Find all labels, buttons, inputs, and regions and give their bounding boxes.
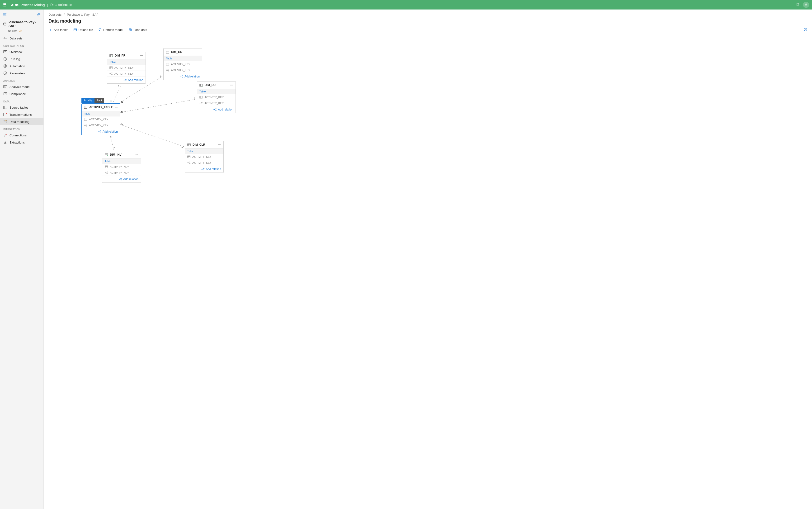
node-dim-pr[interactable]: DIM_PR ⋯ Table ACTIVITY_KEY ACTIVITY_KEY… — [107, 52, 146, 83]
node-row-key[interactable]: ACTIVITY_KEY — [107, 65, 146, 71]
node-row-rel[interactable]: ACTIVITY_KEY — [185, 160, 223, 166]
node-row-key[interactable]: ACTIVITY_KEY — [102, 164, 141, 170]
svg-point-0 — [806, 4, 807, 5]
row-label: ACTIVITY_KEY — [205, 102, 224, 105]
node-row-rel[interactable]: ACTIVITY_KEY — [163, 67, 202, 73]
row-label: ACTIVITY_KEY — [89, 124, 108, 127]
add-relation-button[interactable]: Add relation — [163, 73, 202, 80]
card-gr-1: 1 — [160, 74, 161, 77]
relation-col-icon — [84, 124, 87, 127]
sidebar-item-run-log[interactable]: Run log — [0, 55, 43, 63]
node-dim-gr[interactable]: DIM_GR⋯ Table ACTIVITY_KEY ACTIVITY_KEY … — [163, 48, 202, 80]
svg-point-81 — [216, 108, 216, 109]
sidebar-item-compliance[interactable]: Compliance — [0, 90, 43, 97]
sidebar-item-overview[interactable]: Overview — [0, 48, 43, 55]
card-inv-n: N — [110, 136, 112, 139]
node-menu-icon[interactable]: ⋯ — [135, 153, 139, 156]
node-subheader: Table — [185, 148, 223, 154]
sidebar-settings-icon[interactable] — [37, 13, 41, 18]
node-row-rel[interactable]: ACTIVITY_KEY — [197, 100, 235, 106]
compliance-label: Compliance — [9, 92, 26, 96]
data-modeling-icon — [3, 120, 7, 124]
add-relation-button[interactable]: Add relation — [107, 77, 146, 83]
node-menu-icon[interactable]: ⋯ — [230, 83, 233, 87]
node-menu-icon[interactable]: ⋯ — [196, 50, 200, 54]
load-data-button[interactable]: Load data — [127, 28, 148, 32]
sidebar-item-connections[interactable]: Connections — [0, 132, 43, 139]
section-configuration: CONFIGURATION — [0, 42, 43, 48]
svg-point-90 — [189, 162, 190, 162]
add-relation-button[interactable]: Add relation — [102, 176, 141, 182]
sidebar-item-parameters[interactable]: α Parameters — [0, 70, 43, 77]
sidebar-item-source-tables[interactable]: Source tables — [0, 104, 43, 111]
sidebar-item-data-modeling[interactable]: Data modeling — [0, 118, 43, 125]
connections-icon — [3, 133, 7, 137]
sidebar-item-analysis-model[interactable]: Analysis model — [0, 83, 43, 90]
module-name: Data collection — [50, 3, 72, 7]
info-icon[interactable] — [804, 28, 807, 32]
svg-point-89 — [188, 162, 188, 163]
sidebar-item-transformations[interactable]: Transformations — [0, 111, 43, 118]
node-dim-po[interactable]: DIM_PO⋯ Table ACTIVITY_KEY ACTIVITY_KEY … — [197, 81, 236, 113]
node-activity-table[interactable]: Activity Fact ACTIVITY_TABLE ⋯ Table ACT… — [81, 103, 120, 135]
svg-point-80 — [214, 109, 214, 110]
svg-point-68 — [180, 76, 181, 77]
breadcrumb-root[interactable]: Data sets — [48, 13, 62, 16]
bookmark-icon[interactable] — [796, 3, 800, 7]
node-row-rel[interactable]: ACTIVITY_KEY — [82, 123, 120, 128]
add-relation-icon — [123, 79, 126, 81]
node-dim-inv[interactable]: DIM_INV⋯ Table ACTIVITY_KEY ACTIVITY_KEY… — [102, 151, 141, 183]
table-icon — [105, 153, 108, 156]
add-relation-label: Add relation — [123, 177, 139, 181]
svg-point-5 — [3, 23, 6, 24]
node-row-rel[interactable]: ACTIVITY_KEY — [107, 71, 146, 77]
sidebar-item-automation[interactable]: Automation — [0, 63, 43, 70]
svg-point-93 — [204, 168, 204, 169]
page-title: Data modeling — [44, 18, 812, 27]
card-pr-n: N — [110, 99, 112, 102]
add-relation-button[interactable]: Add relation — [197, 106, 235, 113]
node-row-key[interactable]: ACTIVITY_KEY — [82, 116, 120, 123]
svg-point-94 — [204, 170, 204, 170]
key-col-icon — [199, 96, 202, 99]
extractions-icon — [3, 140, 7, 144]
add-tables-button[interactable]: Add tables — [48, 28, 69, 32]
row-label: ACTIVITY_KEY — [110, 165, 129, 168]
sidebar-item-extractions[interactable]: Extractions — [0, 139, 43, 146]
add-relation-button[interactable]: Add relation — [185, 166, 223, 172]
sidebar-back-data-sets[interactable]: Data sets — [0, 35, 43, 42]
sidebar-toggle-icon[interactable] — [3, 13, 7, 17]
transformations-icon — [3, 113, 7, 116]
node-dim-clr[interactable]: DIM_CLR⋯ Table ACTIVITY_KEY ACTIVITY_KEY… — [185, 141, 224, 173]
row-label: ACTIVITY_KEY — [192, 156, 212, 158]
user-avatar-icon[interactable] — [803, 2, 809, 8]
add-relation-button[interactable]: Add relation — [82, 128, 120, 135]
node-row-key[interactable]: ACTIVITY_KEY — [163, 61, 202, 67]
back-arrow-icon — [3, 36, 7, 40]
key-col-icon — [187, 156, 190, 158]
section-data: DATA — [0, 97, 43, 104]
relation-col-icon — [105, 171, 108, 174]
svg-point-24 — [6, 122, 7, 123]
node-row-key[interactable]: ACTIVITY_KEY — [197, 94, 235, 100]
node-row-key[interactable]: ACTIVITY_KEY — [185, 154, 223, 160]
canvas[interactable]: N 1 N 1 N 1 N 1 N 1 Activity Fact ACTIVI… — [44, 35, 812, 509]
plus-icon — [49, 28, 52, 32]
svg-point-10 — [5, 66, 6, 67]
brand-bold: ARIS — [11, 3, 20, 7]
svg-rect-38 — [84, 118, 87, 121]
node-row-rel[interactable]: ACTIVITY_KEY — [102, 170, 141, 176]
node-menu-icon[interactable]: ⋯ — [115, 105, 118, 109]
apps-icon[interactable] — [3, 3, 7, 7]
node-menu-icon[interactable]: ⋯ — [218, 143, 221, 146]
key-col-icon — [166, 63, 169, 66]
node-menu-icon[interactable]: ⋯ — [140, 54, 143, 57]
extractions-label: Extractions — [9, 141, 25, 144]
refresh-model-button[interactable]: Refresh model — [97, 28, 124, 32]
row-label: ACTIVITY_KEY — [171, 69, 190, 71]
parameters-icon: α — [3, 71, 7, 75]
card-po-1: 1 — [193, 97, 195, 99]
svg-point-53 — [110, 73, 110, 74]
upload-file-button[interactable]: Upload file — [72, 28, 94, 32]
svg-point-43 — [86, 126, 87, 127]
